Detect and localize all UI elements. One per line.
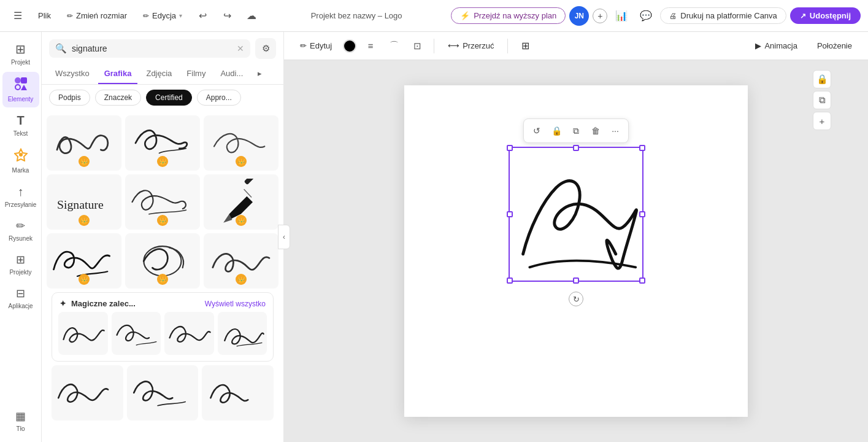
search-panel: 🔍 ✕ ⚙ Wszystko Grafika Zdjęcia Filmy Aud… [42, 32, 284, 442]
comments-button[interactable]: 💬 [636, 6, 656, 26]
file-menu-button[interactable]: Plik [32, 8, 57, 23]
edit-menu-button[interactable]: ✏ Edycja ▾ [137, 8, 188, 23]
position-button[interactable]: Położenie [811, 38, 858, 53]
svg-point-5 [19, 153, 23, 157]
hamburger-menu-button[interactable]: ☰ [7, 6, 28, 26]
add-collaborator-button[interactable]: + [593, 9, 607, 23]
premium-badge-3: 👑 [236, 156, 247, 167]
sidebar-item-tlo[interactable]: ▦ Tło [2, 405, 39, 437]
print-button[interactable]: 🖨 Drukuj na platformie Canva [660, 7, 786, 24]
sig-bottom-1[interactable] [52, 365, 123, 421]
lock-canvas-button[interactable]: 🔒 [813, 70, 831, 88]
sig-item-3[interactable]: 👑 [204, 115, 278, 171]
copy-element-button[interactable]: ⧉ [567, 122, 585, 140]
avatar[interactable]: JN [569, 6, 589, 26]
sidebar-item-aplikacje[interactable]: ⊟ Aplikacje [2, 282, 39, 314]
sidebar-item-tekst[interactable]: T Tekst [2, 109, 39, 142]
resize-handle-bm[interactable] [573, 277, 579, 284]
svg-rect-1 [21, 77, 27, 83]
resize-handle-tm[interactable] [573, 145, 579, 151]
share-button[interactable]: ↗ Udostępnij [790, 7, 861, 24]
flip-button[interactable]: ⟷ Przerzuć [442, 38, 500, 53]
collapse-panel-button[interactable]: ‹ [278, 225, 290, 249]
magic-sig-4[interactable] [218, 312, 267, 355]
stroke-button[interactable]: ≡ [361, 37, 380, 55]
filter-button[interactable]: ⚙ [255, 38, 276, 59]
resize-handle-tl[interactable] [507, 145, 513, 151]
magic-sig-2[interactable] [112, 312, 161, 355]
tab-grafika[interactable]: Grafika [98, 64, 138, 84]
upgrade-button[interactable]: ⚡ Przejdź na wyższy plan [451, 7, 566, 24]
crop-button[interactable]: ⊡ [408, 37, 426, 55]
magic-grid [52, 312, 273, 361]
premium-badge-1: 👑 [79, 156, 90, 167]
sidebar-item-elementy[interactable]: Elementy [2, 72, 39, 107]
checkerboard-icon: ⊞ [521, 40, 529, 52]
tab-wszystko[interactable]: Wszystko [49, 64, 96, 84]
sig-item-9[interactable]: 👑 [204, 233, 278, 289]
resize-handle-rm[interactable] [639, 211, 645, 217]
tab-audio[interactable]: Audi... [214, 64, 249, 84]
corner-radius-button[interactable]: ⌒ [385, 37, 403, 55]
sig-item-7[interactable]: 👑 [47, 233, 121, 289]
color-swatch[interactable] [343, 39, 356, 53]
sidebar-item-marka[interactable]: Marka [2, 143, 39, 179]
sidebar-item-przesylanie[interactable]: ↑ Przesyłanie [2, 180, 39, 213]
redo-button[interactable]: ↪ [217, 6, 237, 26]
canvas-top-bar: ✏ Edytuj ≡ ⌒ ⊡ ⟷ Przerzuć ⊞ ▶ [284, 32, 868, 60]
animation-button[interactable]: ▶ Animacja [749, 38, 803, 53]
magic-sig-1[interactable] [58, 312, 108, 355]
svg-rect-7 [244, 179, 260, 185]
canvas-controls-right: ▶ Animacja Położenie [749, 38, 858, 53]
add-page-button[interactable]: + [813, 112, 831, 130]
show-all-button[interactable]: Wyświetl wszystko [205, 300, 266, 308]
resize-button[interactable]: ✏ Zmień rozmiar [61, 8, 133, 23]
pill-approved[interactable]: Appro... [197, 90, 241, 106]
search-input[interactable] [72, 44, 232, 53]
sidebar-item-projekt[interactable]: ⊞ Projekt [2, 37, 39, 71]
delete-element-button[interactable]: 🗑 [586, 122, 605, 140]
undo-button[interactable]: ↩ [192, 6, 213, 26]
pill-podpis[interactable]: Podpis [49, 90, 90, 106]
sig-item-1[interactable]: 👑 [47, 115, 121, 171]
more-options-button[interactable]: ··· [606, 122, 624, 140]
pill-certified[interactable]: Certified [146, 90, 192, 106]
sig-bottom-2[interactable] [127, 365, 199, 421]
rotate-handle[interactable]: ↻ [569, 292, 583, 306]
analytics-button[interactable]: 📊 [611, 6, 632, 26]
smart-animate-button[interactable]: ↺ [528, 122, 546, 140]
sig-item-2[interactable]: 👑 [125, 115, 200, 171]
selected-signature-element[interactable]: ↺ 🔒 ⧉ 🗑 ··· [509, 147, 643, 282]
pill-znaczek[interactable]: Znaczek [95, 90, 141, 106]
text-icon: T [17, 114, 24, 128]
tab-more[interactable]: ▸ [252, 64, 268, 84]
top-toolbar: ☰ Plik ✏ Zmień rozmiar ✏ Edycja ▾ ↩ ↪ ☁ … [0, 0, 868, 32]
sig-item-pen[interactable]: 👑 [204, 174, 278, 230]
search-icon: 🔍 [55, 43, 67, 54]
edit-button[interactable]: ✏ Edytuj [294, 38, 338, 53]
sig-item-4[interactable]: Signature 👑 [47, 174, 121, 230]
checkerboard-button[interactable]: ⊞ [515, 37, 536, 55]
grid-row-bottom [52, 365, 274, 421]
clear-search-icon[interactable]: ✕ [237, 44, 244, 53]
sidebar: ⊞ Projekt Elementy T Tekst Marka ↑ Przes… [0, 32, 42, 442]
cloud-save-button[interactable]: ☁ [241, 6, 262, 26]
sidebar-item-projekty[interactable]: ⊞ Projekty [2, 248, 39, 281]
search-input-wrap: 🔍 ✕ [49, 39, 250, 58]
premium-badge-4: 👑 [79, 215, 90, 226]
lock-element-button[interactable]: 🔒 [547, 122, 566, 140]
sig-item-5[interactable]: 👑 [125, 174, 200, 230]
sidebar-item-rysunek[interactable]: ✏ Rysunek [2, 214, 39, 247]
tab-zdjecia[interactable]: Zdjęcia [140, 64, 178, 84]
tab-filmy[interactable]: Filmy [180, 64, 212, 84]
magic-sig-3[interactable] [164, 312, 214, 355]
resize-handle-lm[interactable] [507, 211, 513, 217]
resize-handle-bl[interactable] [507, 277, 513, 284]
resize-handle-br[interactable] [639, 277, 645, 284]
sig-item-8[interactable]: 👑 [125, 233, 200, 289]
resize-handle-tr[interactable] [639, 145, 645, 151]
canvas-viewport: 🔒 ⧉ + ↺ 🔒 ⧉ 🗑 ··· [284, 60, 868, 442]
apps-icon: ⊟ [16, 287, 25, 300]
sig-bottom-3[interactable] [202, 365, 274, 421]
duplicate-canvas-button[interactable]: ⧉ [813, 91, 831, 109]
